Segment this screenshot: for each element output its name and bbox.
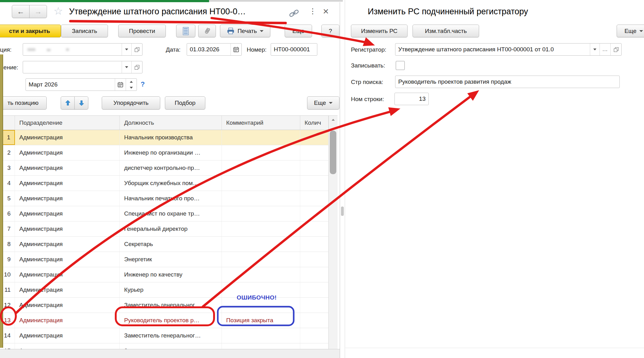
more-button-table[interactable]: Еще xyxy=(307,96,339,109)
move-up-button[interactable] xyxy=(61,96,75,109)
date-field[interactable]: 01.03.2026 xyxy=(187,43,242,56)
registrar-field[interactable]: Утверждение штатного расписания НТ00-000… xyxy=(395,43,622,56)
table-row[interactable]: 10АдминистрацияИнженер по качеству xyxy=(0,267,329,282)
position-cell[interactable]: Заместитель генеральног xyxy=(120,343,222,349)
table-row[interactable]: 4АдминистрацияУборщик служебных пом… xyxy=(0,176,329,191)
department-cell[interactable]: Администрация xyxy=(15,145,120,160)
department-cell[interactable]: Администрация xyxy=(15,221,120,236)
position-cell[interactable]: Начальник производства xyxy=(120,130,222,145)
comment-cell[interactable] xyxy=(222,343,300,349)
quantity-cell[interactable] xyxy=(300,130,329,145)
table-row[interactable]: 2АдминистрацияИнженер по организации … xyxy=(0,145,329,160)
registrar-open-button[interactable] xyxy=(610,44,621,55)
favorite-star-icon[interactable]: ☆ xyxy=(54,6,63,16)
table-row[interactable]: 9АдминистрацияЭнергетик xyxy=(0,252,329,267)
comment-cell[interactable] xyxy=(222,221,300,236)
position-cell[interactable]: Заместитель генеральног… xyxy=(120,298,222,313)
comment-cell[interactable] xyxy=(222,237,300,252)
row-number-field[interactable]: 13 xyxy=(394,93,429,105)
comment-cell[interactable] xyxy=(222,252,300,267)
department-field[interactable] xyxy=(23,61,142,73)
department-cell[interactable]: Администрация xyxy=(15,267,120,282)
comment-cell[interactable] xyxy=(222,206,300,221)
nav-forward-button[interactable]: → xyxy=(29,5,47,18)
table-row[interactable]: 5АдминистрацияНачальник печатного про… xyxy=(0,191,329,206)
quantity-cell[interactable] xyxy=(300,343,329,349)
month-help-link[interactable]: ? xyxy=(141,80,145,88)
department-open-button[interactable] xyxy=(131,61,142,73)
department-cell[interactable]: Администрация xyxy=(15,160,120,175)
position-cell[interactable]: диспетчер контрольно-пр… xyxy=(120,160,222,175)
department-dropdown[interactable] xyxy=(122,61,131,73)
scrollbar-thumb[interactable] xyxy=(330,131,336,174)
department-cell[interactable]: Администрация xyxy=(15,313,120,328)
table-row[interactable]: 14АдминистрацияЗаместитель генеральног… xyxy=(0,328,329,343)
table-row[interactable]: 3Администрациядиспетчер контрольно-пр… xyxy=(0,160,329,176)
save-and-close-button[interactable]: сти и закрыть xyxy=(0,25,61,37)
position-cell[interactable]: Генеральный директор xyxy=(120,221,222,236)
department-cell[interactable]: Администрация xyxy=(15,130,120,145)
organization-open-button[interactable] xyxy=(131,44,142,55)
comment-cell[interactable] xyxy=(222,176,300,191)
position-cell[interactable]: Начальник печатного про… xyxy=(120,191,222,206)
registrar-dropdown[interactable] xyxy=(590,44,600,55)
organization-field[interactable] xyxy=(23,43,142,56)
month-field[interactable]: Март 2026 xyxy=(26,78,137,91)
quantity-cell[interactable] xyxy=(300,191,329,206)
change-tab-part-button[interactable]: Изм.табл.часть xyxy=(413,25,479,37)
position-cell[interactable]: Заместитель генеральног… xyxy=(120,328,222,343)
position-cell[interactable]: Инженер по организации … xyxy=(120,145,222,160)
organization-dropdown[interactable] xyxy=(122,44,131,55)
position-cell[interactable]: Руководитель проектов р… xyxy=(120,313,222,328)
department-cell[interactable]: Администрация xyxy=(15,206,120,221)
quantity-cell[interactable] xyxy=(300,145,329,160)
quantity-cell[interactable] xyxy=(300,328,329,343)
comment-cell[interactable] xyxy=(222,160,300,175)
department-cell[interactable]: Администрация xyxy=(15,252,120,267)
registrar-choose-button[interactable]: ... xyxy=(600,44,610,55)
attachments-button[interactable] xyxy=(198,25,216,37)
quantity-cell[interactable] xyxy=(300,252,329,267)
position-cell[interactable]: Секретарь xyxy=(120,237,222,252)
quantity-cell[interactable] xyxy=(300,176,329,191)
department-cell[interactable]: Администрация xyxy=(15,282,120,297)
table-row[interactable]: 1АдминистрацияНачальник производства xyxy=(0,130,329,145)
position-cell[interactable]: Специалист по охране тр… xyxy=(120,206,222,221)
column-header[interactable]: Колич xyxy=(300,116,329,130)
column-header[interactable]: Должность xyxy=(120,116,222,130)
post-button[interactable]: Провести xyxy=(118,25,166,37)
comment-cell[interactable] xyxy=(222,328,300,343)
comment-cell[interactable]: Позиция закрыта xyxy=(222,313,300,328)
table-row[interactable]: 7АдминистрацияГенеральный директор xyxy=(0,221,329,237)
link-icon[interactable] xyxy=(289,8,299,19)
search-string-field[interactable]: Руководитель проектов развития продаж xyxy=(395,76,620,88)
structure-button[interactable] xyxy=(176,25,195,37)
number-field[interactable]: НТ00-000001 xyxy=(271,43,317,56)
department-cell[interactable]: Администрация xyxy=(15,191,120,206)
help-button[interactable]: ? xyxy=(321,25,339,37)
close-icon[interactable]: × xyxy=(323,6,329,16)
nav-back-button[interactable]: ← xyxy=(12,5,30,18)
position-cell[interactable]: Уборщик служебных пом… xyxy=(120,176,222,191)
column-header[interactable]: Комментарий xyxy=(222,116,300,130)
comment-cell[interactable] xyxy=(222,267,300,282)
more-button-panel[interactable]: Еще xyxy=(617,25,644,37)
move-down-button[interactable] xyxy=(74,96,88,109)
quantity-cell[interactable] xyxy=(300,221,329,236)
window-menu-icon[interactable]: ⋮ xyxy=(309,7,316,15)
change-rs-button[interactable]: Изменить РС xyxy=(351,25,408,37)
quantity-cell[interactable] xyxy=(300,282,329,297)
quantity-cell[interactable] xyxy=(300,206,329,221)
table-row[interactable]: 15АдминистрацияЗаместитель генеральног xyxy=(0,343,329,349)
comment-cell[interactable] xyxy=(222,145,300,160)
pick-button[interactable]: Подбор xyxy=(165,96,205,109)
comment-cell[interactable] xyxy=(222,130,300,145)
write-checkbox[interactable] xyxy=(396,61,405,70)
comment-cell[interactable] xyxy=(222,191,300,206)
quantity-cell[interactable] xyxy=(300,237,329,252)
write-button[interactable]: Записать xyxy=(61,25,108,37)
month-spinner[interactable] xyxy=(126,79,137,91)
position-cell[interactable]: Курьер xyxy=(120,282,222,297)
order-button[interactable]: Упорядочить xyxy=(102,96,160,109)
quantity-cell[interactable] xyxy=(300,313,329,328)
